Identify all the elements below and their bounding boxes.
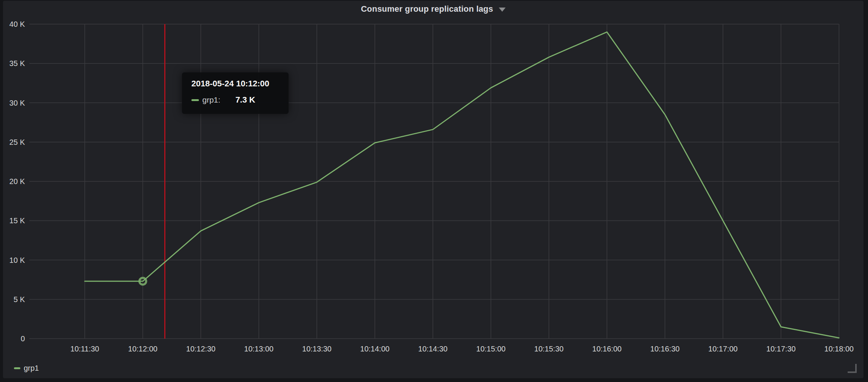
- x-tick-label: 10:14:00: [360, 345, 390, 353]
- legend-series-label[interactable]: grp1: [24, 364, 39, 373]
- x-tick-label: 10:13:30: [302, 345, 332, 353]
- y-tick-label: 20 K: [9, 177, 25, 186]
- x-tick-label: 10:17:00: [708, 345, 738, 353]
- y-tick-label: 40 K: [9, 20, 25, 28]
- x-tick-label: 10:14:30: [418, 345, 448, 353]
- y-tick-label: 15 K: [9, 216, 25, 225]
- series-color-icon: [191, 99, 199, 101]
- y-tick-label: 35 K: [9, 59, 25, 68]
- x-tick-label: 10:12:00: [128, 345, 157, 353]
- panel-header[interactable]: Consumer group replication lags: [3, 2, 863, 16]
- tooltip-timestamp: 2018-05-24 10:12:00: [191, 79, 280, 89]
- chevron-down-icon[interactable]: [499, 8, 506, 12]
- legend[interactable]: grp1: [14, 363, 39, 373]
- y-tick-label: 0: [21, 334, 25, 343]
- resize-handle[interactable]: [846, 363, 857, 374]
- horizontal-gridlines: [29, 24, 839, 339]
- x-tick-label: 10:16:30: [650, 345, 680, 353]
- x-tick-label: 10:16:00: [592, 345, 622, 353]
- tooltip-series-row: grp1: 7.3 K: [191, 95, 280, 105]
- tooltip: 2018-05-24 10:12:00 grp1: 7.3 K: [182, 72, 289, 114]
- y-tick-label: 25 K: [9, 138, 25, 146]
- y-tick-label: 5 K: [14, 295, 25, 304]
- dashboard-background: { "panel": { "title": "Consumer group re…: [0, 0, 868, 382]
- x-tick-label: 10:11:30: [70, 345, 99, 353]
- x-tick-label: 10:13:00: [244, 345, 274, 353]
- panel-title[interactable]: Consumer group replication lags: [361, 4, 493, 14]
- x-tick-label: 10:18:00: [824, 345, 854, 353]
- line-chart[interactable]: 05 K10 K15 K20 K25 K30 K35 K40 K 10:11:3…: [0, 0, 868, 382]
- x-tick-label: 10:17:30: [766, 345, 796, 353]
- tooltip-series-value: 7.3 K: [235, 95, 255, 105]
- y-tick-label: 30 K: [9, 99, 25, 107]
- legend-color-icon[interactable]: [14, 367, 20, 369]
- x-tick-label: 10:12:30: [186, 345, 215, 353]
- y-axis-labels: 05 K10 K15 K20 K25 K30 K35 K40 K: [9, 20, 25, 343]
- x-tick-label: 10:15:00: [476, 345, 506, 353]
- x-axis-labels: 10:11:3010:12:0010:12:3010:13:0010:13:30…: [70, 345, 854, 353]
- y-tick-label: 10 K: [9, 256, 25, 264]
- x-tick-label: 10:15:30: [534, 345, 564, 353]
- tooltip-series-label: grp1:: [202, 95, 220, 104]
